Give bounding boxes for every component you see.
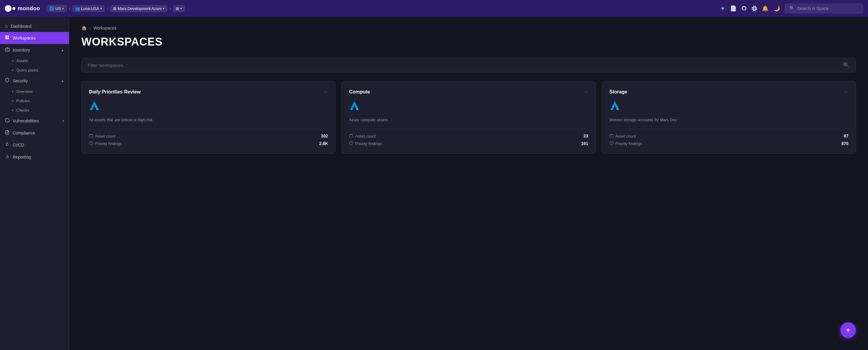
card-arrow-icon-3: → [842,88,848,95]
sidebar-item-compliance[interactable]: Compliance [0,127,69,139]
logo-icon [5,5,16,12]
card-description-3: Monitor storage accounts for Mars Dev [610,117,848,123]
card-arrow-icon-2: → [582,88,588,95]
breadcrumb-separator-3: › [169,6,171,11]
sidebar-label-reporting: Reporting [13,155,64,159]
breadcrumb-separator: › [90,26,91,30]
asset-count-icon-1 [89,134,93,139]
sidebar-item-security[interactable]: Security ▲ [0,75,69,87]
sidebar-label-checks: Checks [16,108,29,112]
filter-search-icon: 🔍 [843,62,849,68]
svg-marker-15 [90,101,99,110]
workspace-cards-grid: Daily Priorities Review → All [82,81,856,154]
breadcrumb-page: Workspaces [93,26,117,30]
inventory-icon [5,47,10,53]
priority-label-2: Priority findings [349,141,382,146]
workspace-card-daily-priorities[interactable]: Daily Priorities Review → All [82,81,336,154]
card-stat-priority-3: Priority findings 870 [610,141,848,146]
sidebar-label-policies: Policies [16,98,30,103]
breadcrumb-extra[interactable]: ⊞ ▾ [173,5,185,12]
card-header-3: Storage → [610,88,848,95]
priority-label-3: Priority findings [610,141,642,146]
nav-icons: ☀ 📄 🔔 🌙 🔍 Search in Space [720,4,863,13]
search-placeholder: Search in Space [798,6,829,11]
card-stat-priority-1: Priority findings 2.8K [89,141,328,146]
top-navigation: mondoo 🌐 US ▾ › 👥 Luna-USA ▾ › ⊞ Mars De… [0,0,868,17]
logo[interactable]: mondoo [5,5,40,12]
sidebar-item-overview[interactable]: Overview [0,87,69,96]
sidebar-item-checks[interactable]: Checks [0,106,69,115]
security-chevron-icon: ▲ [61,79,64,83]
workspace-card-compute[interactable]: Compute → Azure compute assets [341,81,595,154]
sidebar-item-query-packs[interactable]: Query packs [0,65,69,75]
asset-count-value-1: 302 [321,134,328,138]
card-stat-asset-count-3: Asset count 87 [610,134,848,139]
filter-input[interactable] [88,63,843,68]
github-icon[interactable] [741,6,747,11]
chevron-down-icon-2: ▾ [100,7,102,10]
workspace-card-storage[interactable]: Storage → Monitor storage acco [602,81,856,154]
sidebar-item-workspaces[interactable]: Workspaces [0,32,69,44]
breadcrumb-region-label: US [56,6,61,11]
priority-value-2: 161 [581,141,588,146]
vulnerabilities-chevron-icon: ▾ [62,119,64,123]
slack-icon[interactable] [752,6,757,11]
sidebar-item-dashboard[interactable]: ⌂ Dashboard [0,21,69,32]
app-layout: ⌂ Dashboard Workspaces Inventory ▲ Asset… [0,17,868,350]
priority-icon-2 [349,141,353,146]
svg-rect-3 [7,38,9,39]
breadcrumb-space[interactable]: ⊞ Mars Development Azure ▾ [110,5,167,12]
card-stat-asset-count-2: Asset count 23 [349,134,588,139]
card-arrow-icon-1: → [322,88,328,95]
asset-count-label-3: Asset count [610,134,636,139]
svg-marker-25 [610,101,619,110]
priority-value-3: 870 [841,141,848,146]
asset-count-icon-3 [610,134,614,139]
sidebar-item-policies[interactable]: Policies [0,96,69,106]
theme-toggle-icon[interactable]: 🌙 [773,5,780,12]
card-divider-1 [89,129,328,129]
main-content: 🏠 › Workspaces WORKSPACES 🔍 Daily Priori… [69,17,868,350]
svg-rect-2 [5,38,7,39]
sidebar-label-cicd: CI/CD [13,143,64,147]
svg-rect-16 [89,135,93,137]
sidebar-item-vulnerabilities[interactable]: Vulnerabilities ▾ [0,115,69,127]
sidebar-item-cicd[interactable]: CI/CD [0,139,69,151]
sidebar-label-workspaces: Workspaces [13,35,64,40]
asset-count-icon-2 [349,134,353,139]
breadcrumb-region[interactable]: 🌐 US ▾ [46,5,67,12]
add-workspace-button[interactable]: + [840,322,856,338]
reporting-icon [5,154,10,160]
bell-icon[interactable]: 🔔 [762,5,769,12]
sub-dot-checks [12,110,13,111]
vulnerabilities-icon [5,118,10,124]
chevron-down-icon-4: ▾ [180,7,182,10]
chevron-down-icon: ▾ [62,7,64,10]
search-icon: 🔍 [789,6,795,11]
breadcrumb: 🏠 › Workspaces [82,25,856,31]
team-icon: 👥 [75,6,80,11]
inventory-chevron-icon: ▲ [61,48,64,52]
cicd-icon [5,142,10,148]
sidebar-item-assets[interactable]: Assets [0,56,69,65]
workspaces-icon [5,35,10,41]
breadcrumb-space-label: Mars Development Azure [118,6,161,11]
breadcrumb-org[interactable]: 👥 Luna-USA ▾ [72,5,105,12]
docs-icon[interactable]: 📄 [730,5,737,12]
sidebar-item-inventory[interactable]: Inventory ▲ [0,44,69,56]
svg-rect-0 [5,35,7,37]
breadcrumb-org-label: Luna-USA [81,6,99,11]
sun-icon[interactable]: ☀ [720,5,725,12]
sub-dot-overview [12,91,13,92]
asset-count-value-2: 23 [584,134,588,138]
card-description-2: Azure compute assets [349,117,588,123]
card-stat-asset-count-1: Asset count 302 [89,134,328,139]
card-divider-2 [349,129,588,129]
sidebar: ⌂ Dashboard Workspaces Inventory ▲ Asset… [0,17,69,350]
breadcrumb-home-icon[interactable]: 🏠 [82,25,87,31]
sidebar-item-reporting[interactable]: Reporting [0,151,69,163]
svg-rect-26 [610,135,613,137]
sidebar-label-vulnerabilities: Vulnerabilities [13,118,59,123]
global-search-box[interactable]: 🔍 Search in Space [785,4,863,13]
card-description-1: All assets that are critical or high ris… [89,117,328,123]
